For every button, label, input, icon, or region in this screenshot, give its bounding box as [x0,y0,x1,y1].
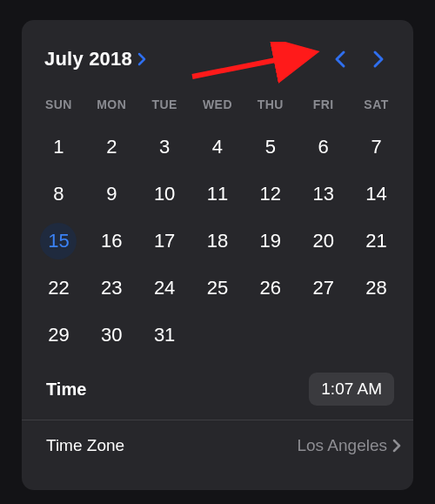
calendar-day[interactable]: 8 [32,171,85,218]
time-value-pill[interactable]: 1:07 AM [309,373,394,406]
date-time-picker-panel: July 2018 SUN MON TUE WED THU FRI SAT 12… [22,20,413,490]
calendar-day[interactable]: 23 [85,265,138,312]
next-month-button[interactable] [359,40,398,78]
calendar-day[interactable]: 31 [138,312,191,359]
weekday-label: WED [191,97,244,111]
calendar-day[interactable]: 1 [32,124,85,171]
weekday-label: TUE [138,97,191,111]
calendar-day[interactable]: 10 [138,171,191,218]
weekday-label: SAT [350,97,403,111]
calendar-day[interactable]: 14 [350,171,403,218]
calendar-day[interactable]: 19 [244,218,297,265]
month-expand-chevron-icon[interactable] [137,52,146,66]
calendar-day[interactable]: 26 [244,265,297,312]
calendar-day[interactable]: 18 [191,218,244,265]
calendar-day[interactable]: 12 [244,171,297,218]
calendar-day[interactable]: 11 [191,171,244,218]
time-zone-row[interactable]: Time Zone Los Angeles [22,420,413,471]
calendar-day[interactable]: 9 [85,171,138,218]
calendar-day[interactable]: 25 [191,265,244,312]
calendar-day[interactable]: 27 [297,265,350,312]
prev-month-button[interactable] [321,40,359,78]
month-header: July 2018 [22,20,413,85]
time-zone-value: Los Angeles [297,436,401,455]
calendar-day[interactable]: 3 [138,124,191,171]
calendar-day[interactable]: 2 [85,124,138,171]
chevron-right-icon [372,50,385,69]
calendar-day[interactable]: 15 [32,218,85,265]
calendar-day[interactable]: 4 [191,124,244,171]
calendar-day[interactable]: 7 [350,124,403,171]
calendar-day[interactable]: 5 [244,124,297,171]
calendar-day[interactable]: 17 [138,218,191,265]
weekday-label: FRI [297,97,350,111]
time-row: Time 1:07 AM [22,367,413,411]
calendar-day-grid: 1234567891011121314151617181920212223242… [22,120,413,359]
calendar-day[interactable]: 24 [138,265,191,312]
chevron-right-icon [392,439,401,453]
calendar-day[interactable]: 20 [297,218,350,265]
calendar-day[interactable]: 6 [297,124,350,171]
weekday-label: MON [85,97,138,111]
time-label: Time [46,380,86,400]
time-zone-value-text: Los Angeles [297,436,387,455]
weekday-label: THU [244,97,297,111]
calendar-day[interactable]: 13 [297,171,350,218]
calendar-day[interactable]: 29 [32,312,85,359]
calendar-day[interactable]: 21 [350,218,403,265]
calendar-day[interactable]: 28 [350,265,403,312]
chevron-left-icon [334,50,346,69]
month-year-label[interactable]: July 2018 [44,48,132,71]
weekday-header-row: SUN MON TUE WED THU FRI SAT [22,97,413,111]
calendar-day[interactable]: 16 [85,218,138,265]
calendar-day[interactable]: 30 [85,312,138,359]
weekday-label: SUN [32,97,85,111]
calendar-day[interactable]: 22 [32,265,85,312]
time-zone-label: Time Zone [46,436,124,455]
